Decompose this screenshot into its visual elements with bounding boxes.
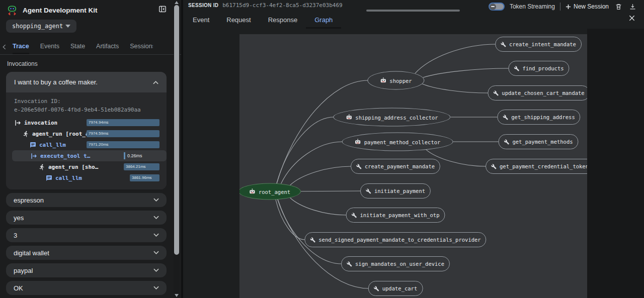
graph-node-get_shipping_address[interactable]: get_shipping_address: [497, 110, 580, 125]
tab-trace[interactable]: Trace: [13, 39, 29, 54]
graph-node-payment_method_collector[interactable]: payment_method_collector: [342, 133, 453, 151]
graph-node-find_products[interactable]: find_products: [508, 61, 569, 76]
tab-request[interactable]: Request: [218, 12, 259, 29]
collapse-panel-button[interactable]: [158, 5, 167, 14]
wrench-icon: [347, 261, 352, 267]
graph-node-label: update_chosen_cart_mandate: [502, 90, 584, 96]
invocation-card[interactable]: yes: [6, 211, 167, 225]
chevron-up-icon: [153, 80, 158, 84]
top-controls: Token Streaming New Session: [489, 2, 637, 12]
input-icon: [14, 119, 21, 126]
sidebar-tab-bar: TraceEventsStateArtifactsSessions: [0, 39, 181, 55]
invocation-list: I want to buy a coffee maker. Invocation…: [6, 72, 167, 298]
tab-response[interactable]: Response: [260, 12, 306, 29]
graph-node-get_payment_methods[interactable]: get_payment_methods: [498, 134, 578, 149]
graph-edge: [277, 117, 334, 183]
graph-edge: [423, 68, 509, 77]
trash-icon: [615, 3, 622, 11]
wrench-icon: [501, 42, 506, 47]
session-id-value: b61715d9-ccf3-4ef2-8ca5-d3237e03b469: [222, 2, 342, 9]
adk-logo-icon: [7, 5, 18, 16]
invocations-label: Invocations: [7, 60, 181, 67]
wrench-icon: [493, 90, 499, 96]
chevron-down-icon: [65, 25, 70, 28]
graph-edge: [278, 200, 342, 264]
tab-event[interactable]: Event: [184, 12, 218, 29]
graph-node-label: create_payment_mandate: [365, 163, 435, 169]
graph-node-create_payment_mandate[interactable]: create_payment_mandate: [351, 159, 440, 174]
graph-node-initiate_payment[interactable]: initiate_payment: [360, 183, 431, 198]
graph-node-sign_mandates_on_user_device[interactable]: sign_mandates_on_user_device: [341, 256, 450, 271]
graph-node-label: root_agent: [259, 188, 290, 194]
sidebar-tabs: TraceEventsStateArtifactsSessions: [7, 39, 174, 54]
invocation-card[interactable]: digital wallet: [6, 246, 167, 260]
graph-canvas: root_agentshoppershipping_address_collec…: [239, 34, 587, 298]
graph-node-label: shopper: [389, 77, 412, 83]
wrench-icon: [504, 139, 509, 145]
scroll-up-icon[interactable]: [175, 1, 179, 4]
graph-node-send_signed_payment_mandate_to_credentials_provider[interactable]: send_signed_payment_mandate_to_credentia…: [304, 232, 486, 247]
plus-icon: [566, 4, 571, 10]
vertical-scrollbar-thumb[interactable]: [174, 5, 179, 255]
trace-rows: invocationagent_run [root_age…call_llmex…: [6, 117, 167, 183]
graph-node-create_intent_mandate[interactable]: create_intent_mandate: [495, 37, 582, 52]
graph-node-shopper[interactable]: shopper: [367, 71, 424, 90]
graph-node-label: shipping_address_collector: [355, 114, 438, 120]
invocation-card-header[interactable]: I want to buy a coffee maker.: [6, 72, 167, 92]
graph-node-update_cart[interactable]: update_cart: [368, 281, 423, 296]
trace-duration-bar: 3861.96ms: [130, 174, 159, 181]
export-session-button[interactable]: [628, 2, 637, 11]
graph-node-label: update_cart: [382, 285, 418, 291]
invocation-card[interactable]: paypal: [6, 263, 167, 277]
new-session-label: New Session: [574, 3, 609, 10]
trace-duration-text: 0.26ms: [127, 152, 142, 159]
invocation-card[interactable]: espresson: [6, 193, 167, 207]
graph-node-shipping_address_collector[interactable]: shipping_address_collector: [333, 108, 450, 127]
invocation-card[interactable]: OK: [6, 281, 167, 295]
wrench-icon: [514, 66, 519, 71]
close-button[interactable]: [627, 14, 636, 23]
invocation-card[interactable]: 3: [6, 228, 167, 242]
trace-row-label: execute_tool t…: [40, 153, 90, 159]
graph-node-get_payment_credential_token[interactable]: get_payment_credential_token: [486, 159, 587, 174]
chat-icon: [29, 141, 36, 148]
tab-events[interactable]: Events: [40, 39, 59, 54]
wrench-icon: [351, 213, 357, 218]
graph-node-root_agent[interactable]: root_agent: [239, 183, 301, 200]
run-icon: [38, 163, 45, 170]
robot-icon: [249, 188, 256, 195]
robot-icon: [380, 77, 386, 84]
download-icon: [629, 3, 636, 11]
trace-row-label: agent_run [sho…: [48, 164, 98, 170]
tab-sessions[interactable]: Sessions: [130, 39, 153, 54]
trace-row[interactable]: execute_tool t…: [12, 150, 167, 161]
void-area: [587, 29, 644, 298]
new-session-button[interactable]: New Session: [566, 3, 609, 10]
chevron-down-icon: [153, 198, 159, 202]
wrench-icon: [503, 115, 508, 120]
tab-artifacts[interactable]: Artifacts: [96, 39, 119, 54]
tab-graph[interactable]: Graph: [306, 12, 341, 29]
graph-node-label: send_signed_payment_mandate_to_credentia…: [318, 237, 480, 243]
input-icon: [30, 152, 37, 159]
agent-select[interactable]: shopping_agent: [6, 20, 76, 33]
vertical-scrollbar[interactable]: [174, 0, 180, 298]
trace-duration-bar: 7974.94ms: [87, 119, 159, 126]
graph-node-initiate_payment_with_otp[interactable]: initiate_payment_with_otp: [346, 208, 445, 223]
graph-node-label: create_intent_mandate: [509, 41, 576, 47]
scroll-down-icon[interactable]: [175, 294, 179, 297]
invocation-title: yes: [14, 214, 24, 222]
tabs-scroll-left-icon[interactable]: [1, 44, 7, 50]
tab-state[interactable]: State: [70, 39, 85, 54]
delete-session-button[interactable]: [614, 2, 623, 11]
graph-node-update_chosen_cart_mandate[interactable]: update_chosen_cart_mandate: [488, 85, 587, 101]
chat-icon: [45, 174, 52, 181]
horizontal-scrollbar[interactable]: [366, 10, 460, 12]
graph-node-label: find_products: [522, 65, 564, 71]
collapse-panel-icon: [158, 5, 167, 13]
graph-node-label: initiate_payment_with_otp: [360, 212, 439, 218]
graph-edge: [422, 84, 488, 93]
token-streaming-toggle[interactable]: [489, 3, 505, 11]
wrench-icon: [374, 286, 379, 291]
graph-node-label: get_payment_methods: [512, 139, 573, 145]
